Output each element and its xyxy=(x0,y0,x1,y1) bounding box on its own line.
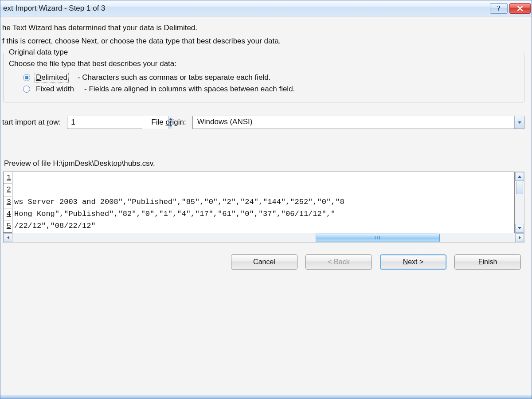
scroll-up-button[interactable] xyxy=(515,172,524,181)
preview-area: 123ws Server 2003 and 2008","Published",… xyxy=(3,172,524,233)
file-origin-value: Windows (ANSI) xyxy=(193,116,514,129)
preview-row: 3ws Server 2003 and 2008","Published","8… xyxy=(4,196,514,208)
preview-line-text: /22/12","08/22/12" xyxy=(12,220,96,232)
chevron-up-icon xyxy=(518,176,521,178)
next-button[interactable]: Next > xyxy=(380,254,446,270)
cancel-button[interactable]: Cancel xyxy=(231,254,297,270)
file-origin-label: File origin: xyxy=(151,118,186,127)
vertical-scrollbar[interactable] xyxy=(515,172,524,233)
start-row-label: tart import at row: xyxy=(2,118,61,127)
preview-line-text xyxy=(12,184,14,196)
close-button[interactable] xyxy=(509,3,531,14)
preview-label: Preview of file H:\jpmDesk\Desktop\hubs.… xyxy=(4,159,525,168)
intro-line-1: he Text Wizard has determined that your … xyxy=(2,23,525,32)
delimited-radio[interactable] xyxy=(23,74,30,81)
finish-button[interactable]: Finish xyxy=(454,254,521,270)
preview-line-number: 4 xyxy=(4,208,12,220)
close-icon xyxy=(517,6,523,11)
chevron-down-icon xyxy=(518,121,521,124)
original-data-type-group: Original data type Choose the file type … xyxy=(3,53,524,102)
window-buttons: ? xyxy=(490,3,532,14)
preview-line-number: 2 xyxy=(4,184,12,196)
delimited-desc: - Characters such as commas or tabs sepa… xyxy=(78,73,271,82)
preview-line-text: Hong Kong","Published","82","0","1","4",… xyxy=(12,208,335,220)
preview-line-number: 5 xyxy=(4,220,12,232)
preview-row: 4 Hong Kong","Published","82","0","1","4… xyxy=(4,208,514,220)
horizontal-scrollbar[interactable]: III xyxy=(3,233,524,243)
preview-line-text: ws Server 2003 and 2008","Published","85… xyxy=(12,196,344,208)
scroll-down-button[interactable] xyxy=(515,224,524,233)
button-row: Cancel < Back Next > Finish xyxy=(2,243,525,276)
dialog-window: ext Import Wizard - Step 1 of 3 ? he Tex… xyxy=(0,0,532,399)
scroll-left-button[interactable] xyxy=(4,233,12,242)
chevron-down-icon xyxy=(518,227,521,229)
preview-row: 2 xyxy=(4,184,514,196)
preview-line-text xyxy=(12,172,14,184)
help-button[interactable]: ? xyxy=(490,3,508,14)
chevron-right-icon xyxy=(519,236,521,239)
scroll-thumb-horizontal[interactable]: III xyxy=(316,234,440,242)
footer-strip xyxy=(0,395,532,399)
group-legend: Original data type xyxy=(7,48,70,57)
preview-line-number: 1 xyxy=(4,172,12,184)
chevron-left-icon xyxy=(7,236,9,239)
fixed-width-desc: - Fields are aligned in columns with spa… xyxy=(84,85,295,94)
title-bar: ext Import Wizard - Step 1 of 3 ? xyxy=(0,0,532,16)
window-title: ext Import Wizard - Step 1 of 3 xyxy=(2,4,490,13)
intro-line-2: f this is correct, choose Next, or choos… xyxy=(2,37,525,46)
fixed-width-option-row: Fixed width - Fields are aligned in colu… xyxy=(23,84,520,94)
group-description: Choose the file type that best describes… xyxy=(9,59,520,68)
fixed-width-radio[interactable] xyxy=(23,86,30,93)
back-button[interactable]: < Back xyxy=(305,254,372,270)
scroll-track[interactable]: III xyxy=(12,233,515,243)
delimited-option-row: Delimited - Characters such as commas or… xyxy=(23,73,520,82)
scroll-right-button[interactable] xyxy=(515,233,524,242)
dialog-body: he Text Wizard has determined that your … xyxy=(0,16,532,395)
preview-row: 1 xyxy=(4,172,514,184)
delimited-label[interactable]: Delimited xyxy=(35,73,69,82)
fixed-width-label[interactable]: Fixed width xyxy=(35,84,75,94)
preview-box: 123ws Server 2003 and 2008","Published",… xyxy=(3,172,515,233)
preview-row: 5/22/12","08/22/12" xyxy=(4,220,514,232)
file-origin-combo[interactable]: Windows (ANSI) xyxy=(192,116,524,129)
combo-drop-button[interactable] xyxy=(514,116,524,129)
import-settings-row: tart import at row: File origin: Windows… xyxy=(2,116,524,129)
scroll-thumb-vertical[interactable] xyxy=(516,182,523,194)
start-row-spinner[interactable] xyxy=(67,116,142,129)
preview-line-number: 3 xyxy=(4,196,12,208)
